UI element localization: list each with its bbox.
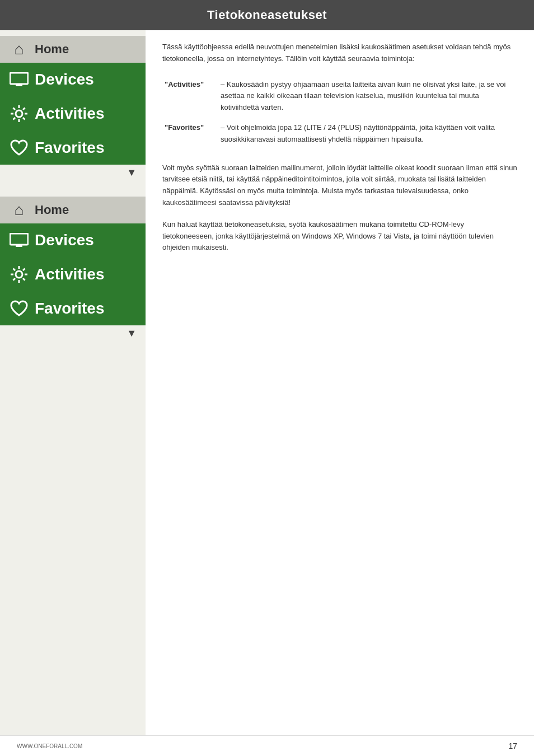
heart-icon-2 [9, 300, 29, 317]
term2-label: "Favorites" [162, 119, 218, 151]
svg-line-11 [13, 118, 16, 120]
sidebar-item-devices-2[interactable]: Devices [0, 223, 146, 257]
svg-line-23 [13, 278, 16, 281]
sidebar-item-label: Home [35, 203, 69, 217]
content-body-2: Kun haluat käyttää tietokoneasetuksia, s… [162, 219, 517, 254]
svg-line-9 [23, 118, 25, 120]
content-intro: Tässä käyttöohjeessa edellä neuvottujen … [162, 41, 517, 65]
svg-line-20 [13, 269, 16, 271]
nav-group-1: ⌂ Home Devices [0, 36, 146, 183]
sidebar-item-favorites-1[interactable]: Favorites [0, 131, 146, 165]
svg-rect-0 [10, 73, 28, 84]
gear-icon [9, 104, 29, 123]
sidebar-item-activities-1[interactable]: Activities [0, 96, 146, 131]
svg-line-8 [13, 108, 16, 110]
sidebar-item-activities-2[interactable]: Activities [0, 257, 146, 292]
svg-point-3 [16, 110, 22, 117]
home-icon-2: ⌂ [9, 201, 29, 219]
heart-icon [9, 139, 29, 156]
sidebar-item-label: Favorites [35, 300, 105, 318]
sidebar-item-label: Activities [35, 265, 105, 283]
svg-rect-13 [16, 245, 22, 247]
sidebar-item-home-1[interactable]: ⌂ Home [0, 36, 146, 63]
page-footer: WWW.ONEFORALL.COM 17 [0, 735, 534, 756]
gear-icon-2 [9, 265, 29, 284]
tv-icon [9, 72, 29, 87]
term1-label: "Activities" [162, 76, 218, 119]
table-row: "Favorites" – Voit ohjelmoida jopa 12 (L… [162, 119, 517, 151]
svg-point-15 [16, 271, 22, 278]
footer-page-number: 17 [508, 741, 517, 750]
scroll-arrow-2[interactable] [0, 325, 146, 344]
footer-url: WWW.ONEFORALL.COM [17, 743, 82, 749]
content-area: Tässä käyttöohjeessa edellä neuvottujen … [146, 30, 534, 735]
term1-desc: – Kaukosäädin pystyy ohjaamaan useita la… [218, 76, 517, 119]
nav-group-2: ⌂ Home Devices [0, 197, 146, 344]
sidebar-item-label: Devices [35, 231, 94, 249]
svg-rect-1 [16, 85, 22, 86]
content-body-1: Voit myös syöttää suoraan laitteiden mal… [162, 162, 517, 209]
sidebar-item-label: Home [35, 42, 69, 57]
term2-desc: – Voit ohjelmoida jopa 12 (LITE / 24 (PL… [218, 119, 517, 151]
sidebar-item-favorites-2[interactable]: Favorites [0, 292, 146, 325]
terms-table: "Activities" – Kaukosäädin pystyy ohjaam… [162, 76, 517, 151]
page-title: Tietokoneasetukset [0, 0, 534, 30]
svg-line-21 [23, 278, 25, 281]
sidebar-item-home-2[interactable]: ⌂ Home [0, 197, 146, 223]
table-row: "Activities" – Kaukosäädin pystyy ohjaam… [162, 76, 517, 119]
home-icon: ⌂ [9, 40, 29, 58]
svg-rect-12 [10, 234, 28, 245]
nav-group-divider [0, 192, 146, 197]
svg-line-10 [23, 108, 25, 110]
sidebar-item-label: Activities [35, 105, 105, 123]
sidebar-item-label: Devices [35, 71, 94, 88]
svg-line-22 [23, 269, 25, 271]
sidebar-item-label: Favorites [35, 139, 105, 157]
sidebar: ⌂ Home Devices [0, 30, 146, 735]
sidebar-item-devices-1[interactable]: Devices [0, 63, 146, 96]
tv-icon-2 [9, 233, 29, 248]
scroll-arrow-1[interactable] [0, 165, 146, 183]
